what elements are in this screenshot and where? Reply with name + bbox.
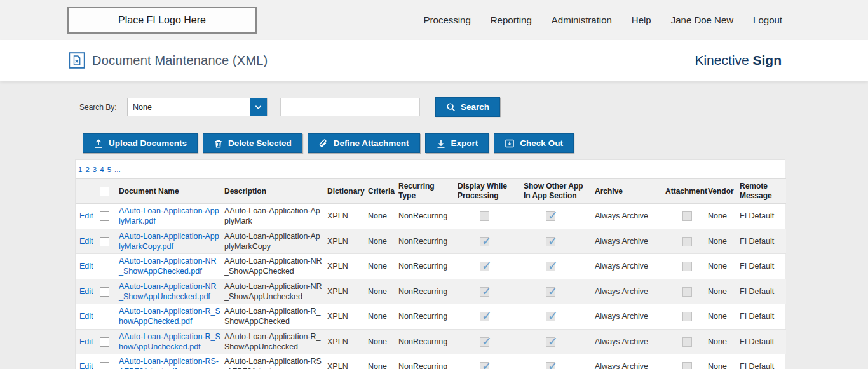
nav-help[interactable]: Help: [632, 15, 651, 25]
edit-link[interactable]: Edit: [79, 237, 93, 246]
export-button[interactable]: Export: [425, 133, 489, 153]
table-row: Edit AAuto-Loan-Application-R_ShowAppChe…: [76, 304, 786, 330]
edit-link[interactable]: Edit: [79, 287, 93, 296]
table-row: Edit AAuto-Loan-Application-ApplyMarkCop…: [76, 229, 786, 254]
row-select-checkbox[interactable]: [100, 312, 109, 321]
recurring-type-cell: NonRecurring: [397, 354, 456, 369]
checkmark-icon: ✓: [482, 335, 492, 347]
search-input[interactable]: [280, 98, 420, 116]
document-name-link[interactable]: AAuto-Loan-Application-NR_ShowAppUncheck…: [119, 282, 217, 301]
check-out-icon: [505, 138, 515, 149]
search-by-dropdown[interactable]: None: [127, 98, 268, 116]
check-out-button[interactable]: Check Out: [494, 133, 574, 153]
archive-cell: Always Archive: [593, 329, 663, 354]
document-name-link[interactable]: AAuto-Loan-Application-NR_ShowAppChecked…: [119, 257, 217, 276]
archive-cell: Always Archive: [593, 254, 663, 279]
nav-logout[interactable]: Logout: [753, 15, 782, 25]
upload-icon: [93, 138, 104, 149]
attachment-checkbox: [682, 237, 692, 246]
attachment-checkbox: [682, 211, 692, 221]
row-select-checkbox[interactable]: [100, 287, 109, 297]
nav-user[interactable]: Jane Doe New: [671, 15, 733, 25]
checkmark-icon: ✓: [482, 260, 492, 272]
page-link-1[interactable]: 1: [78, 166, 82, 173]
document-name-link[interactable]: AAuto-Loan-Application-ApplyMarkCopy.pdf: [119, 232, 219, 251]
recurring-type-cell: NonRecurring: [397, 204, 456, 229]
nav-reporting[interactable]: Reporting: [491, 15, 532, 25]
row-select-checkbox[interactable]: [100, 262, 109, 271]
delete-selected-button[interactable]: Delete Selected: [203, 133, 302, 153]
criteria-cell: None: [366, 204, 397, 229]
description-cell: AAuto-Loan-Application-ApplyMark: [222, 204, 325, 229]
document-name-link[interactable]: AAuto-Loan-Application-ApplyMark.pdf: [119, 206, 219, 225]
checkmark-icon: ✓: [482, 360, 492, 369]
nav-administration[interactable]: Administration: [552, 15, 612, 25]
attachment-checkbox: [682, 312, 692, 321]
display-while-processing-checkbox: ✓: [480, 237, 489, 246]
table-header-row: Document Name Description Dictionary Cri…: [76, 179, 786, 204]
description-cell: AAuto-Loan-Application-R_ShowAppChecked: [222, 304, 325, 330]
archive-cell: Always Archive: [593, 204, 663, 229]
document-name-link[interactable]: AAuto-Loan-Application-R_ShowAppChecked.…: [119, 307, 220, 326]
col-recurring-type: Recurring Type: [397, 179, 456, 204]
col-vendor: Vendor: [706, 179, 738, 204]
col-document-name: Document Name: [117, 179, 222, 204]
document-table-body: Edit AAuto-Loan-Application-ApplyMark.pd…: [76, 204, 786, 369]
row-select-checkbox[interactable]: [100, 337, 109, 347]
main-content: Search By: None Search Upload Documents …: [0, 81, 868, 369]
title-bar: Document Maintenance (XML) Kinective Sig…: [0, 40, 868, 81]
col-archive: Archive: [593, 179, 663, 204]
recurring-type-cell: NonRecurring: [397, 229, 456, 254]
checkmark-icon: ✓: [482, 285, 492, 297]
vendor-cell: None: [706, 329, 738, 354]
remote-message-cell: FI Default: [738, 354, 786, 369]
col-attachment: Attachment: [663, 179, 706, 204]
checkmark-icon: ✓: [548, 310, 558, 322]
delete-selected-label: Delete Selected: [228, 138, 292, 148]
checkmark-icon: ✓: [482, 235, 492, 247]
xml-document-icon: [69, 52, 85, 69]
show-other-app-checkbox: ✓: [546, 211, 555, 221]
page-link-3[interactable]: 3: [93, 166, 97, 173]
recurring-type-cell: NonRecurring: [397, 254, 456, 279]
criteria-cell: None: [366, 329, 397, 354]
edit-link[interactable]: Edit: [79, 362, 93, 369]
dictionary-cell: XPLN: [325, 354, 366, 369]
row-select-checkbox[interactable]: [100, 211, 109, 221]
document-name-link[interactable]: AAuto-Loan-Application-RS-AFD731-test.pd…: [119, 357, 219, 369]
description-cell: AAuto-Loan-Application-R_ShowAppUnchecke…: [222, 329, 325, 354]
checkmark-icon: ✓: [548, 210, 558, 222]
edit-link[interactable]: Edit: [79, 312, 93, 321]
select-all-checkbox[interactable]: [100, 187, 109, 196]
upload-documents-button[interactable]: Upload Documents: [83, 133, 198, 153]
search-icon: [446, 102, 456, 112]
define-attachment-button[interactable]: Define Attachment: [308, 133, 420, 153]
attachment-checkbox: [682, 287, 692, 297]
page-link-more[interactable]: ...: [114, 166, 121, 173]
show-other-app-checkbox: ✓: [546, 237, 555, 246]
remote-message-cell: FI Default: [738, 254, 786, 279]
col-description: Description: [222, 179, 325, 204]
page-link-2[interactable]: 2: [85, 166, 89, 173]
paperclip-icon: [318, 138, 329, 149]
search-button[interactable]: Search: [435, 97, 500, 117]
display-while-processing-checkbox: ✓: [480, 337, 489, 347]
description-cell: AAuto-Loan-Application-NR_ShowAppChecked: [222, 254, 325, 279]
edit-link[interactable]: Edit: [79, 337, 93, 346]
row-select-checkbox[interactable]: [100, 362, 109, 369]
dictionary-cell: XPLN: [325, 254, 366, 279]
vendor-cell: None: [706, 279, 738, 304]
vendor-cell: None: [706, 204, 738, 229]
criteria-cell: None: [366, 229, 397, 254]
row-select-checkbox[interactable]: [100, 237, 109, 246]
page-link-5[interactable]: 5: [107, 166, 111, 173]
export-icon: [436, 138, 446, 149]
page-link-4[interactable]: 4: [100, 166, 104, 173]
document-name-link[interactable]: AAuto-Loan-Application-R_ShowAppUnchecke…: [119, 332, 220, 351]
edit-link[interactable]: Edit: [79, 211, 93, 220]
criteria-cell: None: [366, 254, 397, 279]
table-row: Edit AAuto-Loan-Application-RS-AFD731-te…: [76, 354, 786, 369]
edit-link[interactable]: Edit: [79, 262, 93, 271]
nav-processing[interactable]: Processing: [424, 15, 471, 25]
documents-table: Document Name Description Dictionary Cri…: [76, 178, 786, 369]
